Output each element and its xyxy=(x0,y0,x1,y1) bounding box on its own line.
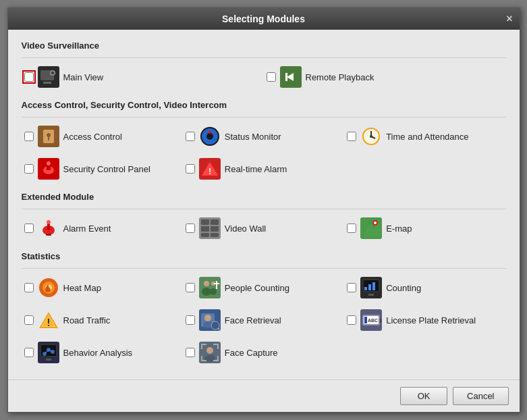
icon-security-panel xyxy=(38,158,59,180)
module-item-road-traffic[interactable]: Road Traffic xyxy=(22,307,183,334)
svg-rect-96 xyxy=(217,356,219,361)
checkbox-status-monitor[interactable] xyxy=(186,132,195,141)
close-button[interactable]: × xyxy=(506,14,512,24)
dialog-title: Selecting Modules xyxy=(222,14,305,24)
checkbox-license-plate[interactable] xyxy=(347,315,356,325)
section-title-extended: Extended Module xyxy=(22,192,506,202)
ok-button[interactable]: OK xyxy=(400,387,447,405)
label-alarm-event: Alarm Event xyxy=(63,224,111,234)
icon-emap xyxy=(360,217,382,239)
checkbox-video-wall[interactable] xyxy=(186,224,195,233)
section-title-access: Access Control, Security Control, Video … xyxy=(22,100,506,110)
icon-road-traffic xyxy=(38,309,59,331)
label-heat-map: Heat Map xyxy=(63,283,101,293)
svg-rect-11 xyxy=(48,137,49,140)
checkbox-alarm-event[interactable] xyxy=(24,224,34,233)
dialog-content: Video Surveillance Main View xyxy=(8,30,520,379)
label-main-view: Main View xyxy=(63,72,104,82)
module-item-remote-playback[interactable]: Remote Playback xyxy=(264,63,506,90)
checkbox-remote-playback[interactable] xyxy=(267,72,276,82)
label-security-panel: Security Control Panel xyxy=(63,164,150,174)
svg-rect-7 xyxy=(285,73,287,81)
divider-video xyxy=(22,57,506,58)
icon-face-capture xyxy=(199,342,221,363)
checkbox-main-view[interactable] xyxy=(24,72,34,82)
svg-point-49 xyxy=(202,288,211,296)
svg-rect-38 xyxy=(211,233,219,237)
section-title-video: Video Surveillance xyxy=(22,41,506,51)
icon-main-view xyxy=(38,66,59,88)
icon-heat-map xyxy=(38,277,59,298)
module-item-heat-map[interactable]: Heat Map xyxy=(22,274,183,301)
label-time-attendance: Time and Attendance xyxy=(386,132,468,142)
svg-rect-90 xyxy=(201,344,202,349)
module-item-face-retrieval[interactable]: Face Retrieval xyxy=(183,307,344,334)
checkbox-counting[interactable] xyxy=(347,283,356,292)
dialog-footer: OK Cancel xyxy=(8,379,520,412)
checkbox-time-attendance[interactable] xyxy=(347,132,356,141)
svg-rect-59 xyxy=(372,282,375,290)
svg-point-24 xyxy=(47,161,51,165)
checkbox-heat-map[interactable] xyxy=(24,283,34,292)
checkbox-people-counting[interactable] xyxy=(186,283,195,292)
checkbox-face-retrieval[interactable] xyxy=(186,315,195,325)
module-item-face-capture[interactable]: Face Capture xyxy=(183,339,344,366)
label-road-traffic: Road Traffic xyxy=(63,315,111,325)
svg-rect-47 xyxy=(199,277,221,298)
svg-rect-85 xyxy=(46,359,51,361)
icon-status-monitor xyxy=(199,126,221,147)
checkbox-realtime-alarm[interactable] xyxy=(186,164,195,174)
selecting-modules-dialog: Selecting Modules × Video Surveillance xyxy=(7,7,520,413)
checkbox-emap[interactable] xyxy=(347,224,356,233)
icon-face-retrieval xyxy=(199,309,221,331)
svg-point-43 xyxy=(374,221,377,224)
module-item-counting[interactable]: Counting xyxy=(344,274,505,301)
svg-point-51 xyxy=(210,288,217,295)
label-access-control: Access Control xyxy=(63,132,122,142)
icon-access-control xyxy=(38,126,59,147)
cancel-button[interactable]: Cancel xyxy=(453,387,508,405)
label-face-capture: Face Capture xyxy=(225,348,278,358)
svg-point-10 xyxy=(47,133,51,137)
module-item-access-control[interactable]: Access Control xyxy=(22,123,183,150)
module-item-time-attendance[interactable]: Time and Attendance xyxy=(344,123,505,150)
module-item-status-monitor[interactable]: Status Monitor xyxy=(183,123,344,150)
svg-rect-4 xyxy=(43,82,51,84)
label-face-retrieval: Face Retrieval xyxy=(225,315,281,325)
module-item-main-view[interactable]: Main View xyxy=(22,63,264,90)
module-item-video-wall[interactable]: Video Wall xyxy=(183,215,344,242)
svg-rect-31 xyxy=(46,234,51,236)
icon-alarm-event xyxy=(38,217,59,239)
icon-behavior-analysis xyxy=(38,342,59,363)
checkbox-face-capture[interactable] xyxy=(186,348,195,357)
checkbox-security-panel[interactable] xyxy=(24,164,34,174)
svg-rect-65 xyxy=(48,325,49,326)
svg-rect-75 xyxy=(364,317,367,323)
divider-extended xyxy=(22,209,506,209)
checkbox-road-traffic[interactable] xyxy=(24,315,34,325)
divider-access xyxy=(22,117,506,117)
module-item-emap[interactable]: E-map xyxy=(344,215,505,242)
icon-remote-playback xyxy=(280,66,302,88)
module-item-realtime-alarm[interactable]: ! Real-time Alarm xyxy=(183,155,344,182)
svg-line-71 xyxy=(218,328,219,330)
svg-point-87 xyxy=(206,347,213,354)
module-item-people-counting[interactable]: People Counting xyxy=(183,274,344,301)
svg-text:ABC 123: ABC 123 xyxy=(368,318,382,323)
svg-rect-60 xyxy=(368,294,374,296)
svg-point-14 xyxy=(206,133,213,140)
divider-statistics xyxy=(22,268,506,269)
checkbox-behavior-analysis[interactable] xyxy=(24,348,34,357)
module-item-license-plate[interactable]: ABC 123 License Plate Retrieval xyxy=(344,307,505,334)
module-item-behavior-analysis[interactable]: Behavior Analysis xyxy=(22,339,183,366)
svg-rect-57 xyxy=(364,287,367,290)
checkbox-access-control[interactable] xyxy=(24,132,34,141)
module-item-alarm-event[interactable]: Alarm Event xyxy=(22,215,183,242)
svg-rect-94 xyxy=(201,356,202,361)
label-realtime-alarm: Real-time Alarm xyxy=(225,164,287,174)
icon-license-plate: ABC 123 xyxy=(360,309,382,331)
module-item-security-panel[interactable]: Security Control Panel xyxy=(22,155,183,182)
statistics-grid: Heat Map People Counting xyxy=(22,274,506,366)
video-grid: Main View Remote Playback xyxy=(22,63,506,90)
label-emap: E-map xyxy=(386,224,412,234)
